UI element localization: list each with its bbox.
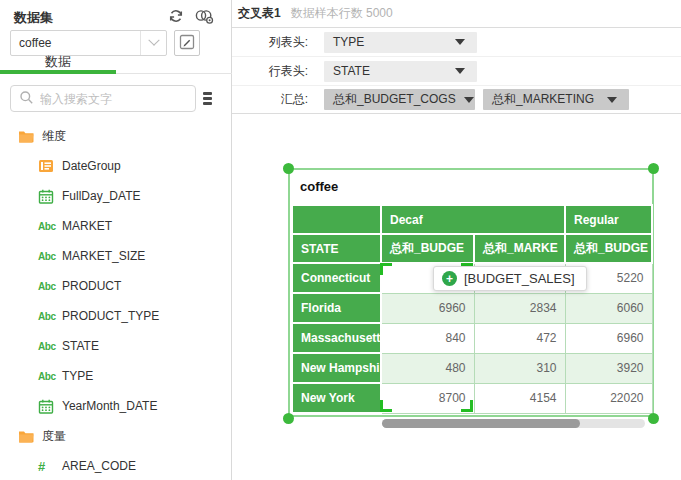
field-search-box[interactable]	[10, 85, 196, 112]
tree-item-label: TYPE	[62, 369, 93, 383]
tab-active-underline	[0, 70, 116, 74]
column-header-dropdown[interactable]: TYPE	[324, 32, 477, 53]
column-header-config-row: 列表头: TYPE	[232, 28, 681, 57]
tab-data[interactable]: 数据	[0, 53, 116, 71]
cross-table-widget[interactable]: coffee Decaf Regular STATE 总和_BUDGE 总和_M…	[288, 168, 654, 417]
value-cell[interactable]: 8700	[381, 383, 474, 413]
number-field-icon: #	[38, 459, 58, 474]
date-group-icon	[38, 159, 58, 173]
dropdown-arrow-icon	[455, 39, 465, 45]
tree-item-label: PRODUCT	[62, 279, 121, 293]
value-cell[interactable]: 310	[474, 353, 565, 383]
tree-item-type[interactable]: Abc TYPE	[0, 361, 232, 391]
tree-item-market-size[interactable]: Abc MARKET_SIZE	[0, 241, 232, 271]
resize-handle-bottom-right[interactable]	[648, 413, 659, 424]
row-header-config-row: 行表头: STATE	[232, 57, 681, 86]
row-header-dropdown[interactable]: STATE	[324, 61, 477, 82]
edit-dataset-button[interactable]	[174, 30, 200, 56]
corner-cell[interactable]	[292, 205, 381, 234]
report-canvas[interactable]: coffee Decaf Regular STATE 总和_BUDGE 总和_M…	[232, 115, 681, 480]
cross-table: Decaf Regular STATE 总和_BUDGE 总和_MARKE 总和…	[291, 204, 653, 414]
table-title: coffee	[300, 179, 338, 194]
row-header-cell[interactable]: Florida	[292, 293, 381, 323]
row-header-cell[interactable]: New York	[292, 383, 381, 413]
value-cell[interactable]: 2834	[474, 293, 565, 323]
summary-dropdown-budget-cogs[interactable]: 总和_BUDGET_COGS	[324, 89, 475, 110]
dataset-sidebar: 数据集 coffee	[0, 0, 232, 480]
tree-item-market[interactable]: Abc MARKET	[0, 211, 232, 241]
row-header-cell[interactable]: New Hampshi	[292, 353, 381, 383]
drag-field-tooltip: + [BUDGET_SALES]	[433, 266, 587, 291]
row-header-cell[interactable]: Connecticut	[292, 263, 381, 293]
column-header[interactable]: 总和_MARKE	[474, 234, 565, 263]
dataset-relation-button[interactable]	[194, 7, 214, 27]
widget-header-bar: 交叉表1 数据样本行数 5000	[232, 0, 681, 28]
resize-handle-top-left[interactable]	[283, 163, 294, 174]
column-header[interactable]: 总和_BUDGE	[565, 234, 652, 263]
text-field-icon: Abc	[38, 311, 58, 322]
value-cell[interactable]: 6060	[565, 293, 652, 323]
summary-config-row: 汇总: 总和_BUDGET_COGS 总和_MARKETING	[232, 86, 681, 114]
value-cell[interactable]: 6960	[565, 323, 652, 353]
row-header-value: STATE	[333, 64, 370, 78]
summary-label: 汇总:	[232, 91, 308, 108]
calendar-icon	[38, 399, 58, 414]
folder-open-icon	[18, 429, 38, 443]
folder-open-icon	[18, 129, 38, 143]
dataset-panel-title: 数据集	[14, 9, 53, 27]
refresh-icon	[167, 7, 185, 28]
tree-item-fullday-date[interactable]: FullDay_DATE	[0, 181, 232, 211]
tree-item-yearmonth-date[interactable]: YearMonth_DATE	[0, 391, 232, 421]
tree-item-label: PRODUCT_TYPE	[62, 309, 159, 323]
resize-handle-top-right[interactable]	[648, 163, 659, 174]
group-header-decaf[interactable]: Decaf	[381, 205, 565, 234]
summary-dropdown-marketing[interactable]: 总和_MARKETING	[483, 89, 629, 110]
field-list-menu-button[interactable]	[203, 92, 215, 105]
widget-name: 交叉表1	[238, 5, 281, 22]
text-field-icon: Abc	[38, 221, 58, 232]
drag-field-name: [BUDGET_SALES]	[464, 271, 575, 286]
tree-item-label: MARKET	[62, 219, 112, 233]
value-cell[interactable]: 6960	[381, 293, 474, 323]
horizontal-scrollbar[interactable]	[382, 419, 645, 428]
row-header-cell[interactable]: Massachusett	[292, 323, 381, 353]
dropdown-arrow-icon	[607, 97, 617, 103]
column-header[interactable]: STATE	[292, 234, 381, 263]
chevron-down-icon[interactable]	[140, 31, 166, 55]
summary-value: 总和_BUDGET_COGS	[333, 91, 456, 108]
tree-item-product[interactable]: Abc PRODUCT	[0, 271, 232, 301]
table-row: New Hampshi 480 310 3920	[292, 353, 652, 383]
table-header-row: STATE 总和_BUDGE 总和_MARKE 总和_BUDGE	[292, 234, 652, 263]
refresh-dataset-button[interactable]	[166, 7, 186, 27]
calendar-icon	[38, 189, 58, 204]
tree-item-label: MARKET_SIZE	[62, 249, 145, 263]
tree-item-label: 度量	[42, 428, 66, 445]
text-field-icon: Abc	[38, 281, 58, 292]
table-row: Massachusett 840 472 6960	[292, 323, 652, 353]
value-cell[interactable]: 4154	[474, 383, 565, 413]
scrollbar-thumb[interactable]	[382, 419, 580, 428]
text-field-icon: Abc	[38, 251, 58, 262]
tree-group-dimensions[interactable]: 维度	[0, 121, 232, 151]
value-cell[interactable]: 840	[381, 323, 474, 353]
tree-item-label: STATE	[62, 339, 99, 353]
value-cell[interactable]: 22020	[565, 383, 652, 413]
tree-item-state[interactable]: Abc STATE	[0, 331, 232, 361]
tree-item-product-type[interactable]: Abc PRODUCT_TYPE	[0, 301, 232, 331]
column-header[interactable]: 总和_BUDGE	[381, 234, 474, 263]
tree-item-dategroup[interactable]: DateGroup	[0, 151, 232, 181]
tree-item-label: AREA_CODE	[62, 459, 136, 473]
value-cell[interactable]: 3920	[565, 353, 652, 383]
column-header-value: TYPE	[333, 35, 364, 49]
tree-item-label: FullDay_DATE	[62, 189, 140, 203]
value-cell[interactable]: 472	[474, 323, 565, 353]
value-cell[interactable]: 480	[381, 353, 474, 383]
group-header-regular[interactable]: Regular	[565, 205, 652, 234]
editor-panel: 交叉表1 数据样本行数 5000 列表头: TYPE 行表头: STATE	[232, 0, 681, 480]
tree-group-measures[interactable]: 度量	[0, 421, 232, 451]
tree-item-area-code[interactable]: # AREA_CODE	[0, 451, 232, 480]
tab-divider	[116, 73, 232, 74]
search-input[interactable]	[40, 92, 180, 106]
field-tree: 维度 DateGroup FullDay_DATE Abc MARKET Abc	[0, 121, 232, 480]
resize-handle-bottom-left[interactable]	[283, 413, 294, 424]
